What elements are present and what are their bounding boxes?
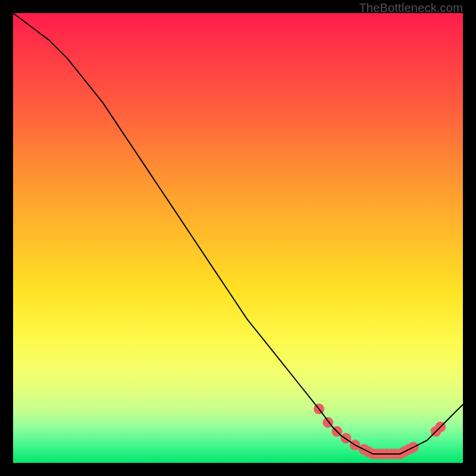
bottleneck-curve bbox=[13, 13, 463, 454]
plot-area bbox=[13, 13, 463, 463]
chart-frame: TheBottleneck.com bbox=[0, 0, 476, 476]
marker-layer bbox=[314, 403, 446, 459]
chart-svg bbox=[13, 13, 463, 463]
